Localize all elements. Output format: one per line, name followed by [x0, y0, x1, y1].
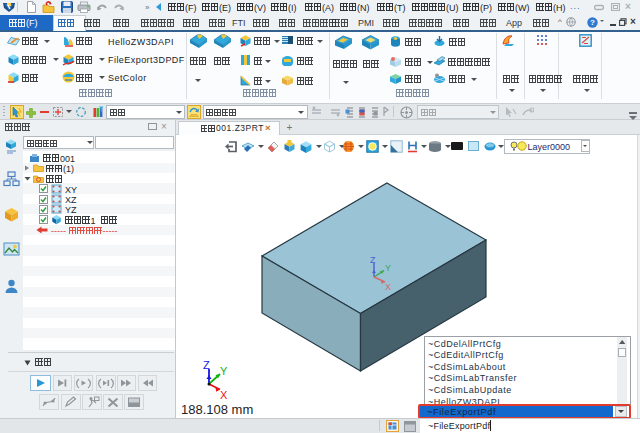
svg-text:X: X — [385, 282, 391, 292]
svg-text:?: ? — [590, 18, 595, 27]
svg-text:Y: Y — [220, 365, 228, 377]
svg-text:X: X — [220, 389, 228, 401]
svg-text:Y: Y — [385, 263, 391, 273]
svg-text:Z: Z — [203, 359, 210, 371]
svg-text:Z: Z — [370, 255, 376, 265]
